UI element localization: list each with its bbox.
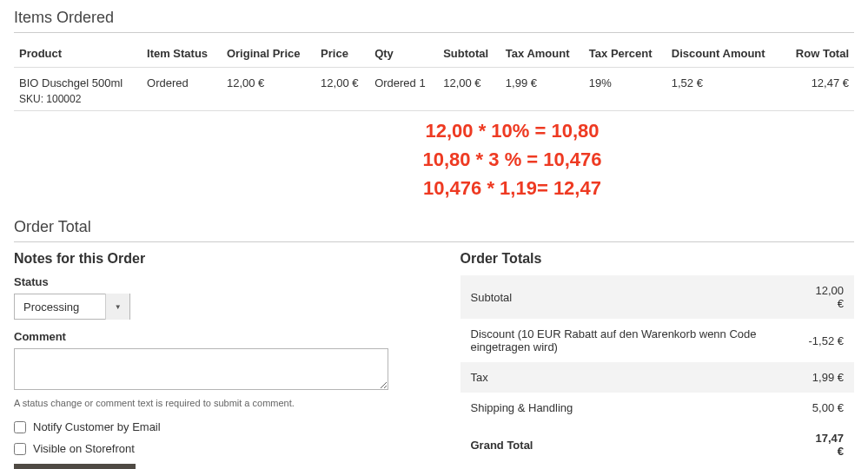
col-tax-percent: Tax Percent [584,42,666,68]
totals-tax-value: 1,99 € [798,362,854,393]
comment-label: Comment [14,330,408,343]
order-total-title: Order Total [14,218,854,242]
cell-tax-percent: 19% [584,68,666,111]
col-original-price: Original Price [222,42,315,68]
notes-panel: Notes for this Order Status Processing ▼… [14,251,408,469]
items-ordered-title: Items Ordered [14,9,854,33]
col-price: Price [315,42,369,68]
totals-grandtotal-value: 17,47 € [798,423,854,466]
totals-subtotal-label: Subtotal [461,275,798,319]
comment-textarea[interactable] [14,348,388,390]
status-select-value: Processing [15,301,105,314]
col-discount-amount: Discount Amount [666,42,783,68]
table-row: BIO Duschgel 500ml SKU: 100002 Ordered 1… [14,68,854,111]
cell-discount-amount: 1,52 € [666,68,783,111]
totals-shipping-label: Shipping & Handling [461,393,798,423]
calc-line-2: 10,80 * 3 % = 10,476 [170,145,854,174]
items-table: Product Item Status Original Price Price… [14,42,854,111]
calculation-annotation: 12,00 * 10% = 10,80 10,80 * 3 % = 10,476… [170,116,854,202]
visible-storefront-label: Visible on Storefront [33,442,135,455]
totals-discount-label: Discount (10 EUR Rabatt auf den Warenkor… [461,319,798,362]
col-product: Product [14,42,142,68]
comment-hint: A status change or comment text is requi… [14,398,408,408]
col-tax-amount: Tax Amount [500,42,584,68]
totals-tax-label: Tax [461,362,798,393]
order-totals-title: Order Totals [461,251,855,267]
col-subtotal: Subtotal [438,42,500,68]
col-qty: Qty [369,42,438,68]
col-row-total: Row Total [783,42,854,68]
col-item-status: Item Status [142,42,222,68]
cell-qty: Ordered 1 [369,68,438,111]
order-totals-panel: Order Totals Subtotal 12,00 € Discount (… [461,251,855,469]
totals-discount-value: -1,52 € [798,319,854,362]
visible-storefront-checkbox[interactable] [14,443,26,455]
cell-original-price: 12,00 € [222,68,315,111]
chevron-down-icon: ▼ [105,294,129,320]
cell-row-total: 12,47 € [783,68,854,111]
totals-grandtotal-label: Grand Total [461,423,798,466]
cell-price: 12,00 € [315,68,369,111]
submit-comment-button[interactable]: Submit Comment [14,464,136,469]
cell-item-status: Ordered [142,68,222,111]
product-name: BIO Duschgel 500ml [19,76,136,89]
notify-customer-checkbox[interactable] [14,421,26,433]
totals-subtotal-value: 12,00 € [798,275,854,319]
status-label: Status [14,275,408,288]
notify-customer-label: Notify Customer by Email [33,420,161,433]
calc-line-1: 12,00 * 10% = 10,80 [170,116,854,145]
notes-title: Notes for this Order [14,251,408,267]
order-totals-table: Subtotal 12,00 € Discount (10 EUR Rabatt… [461,275,855,469]
totals-shipping-value: 5,00 € [798,393,854,423]
product-sku: SKU: 100002 [19,93,136,105]
cell-tax-amount: 1,99 € [500,68,584,111]
status-select[interactable]: Processing ▼ [14,294,130,320]
cell-subtotal: 12,00 € [438,68,500,111]
calc-line-3: 10,476 * 1,19= 12,47 [170,174,854,202]
